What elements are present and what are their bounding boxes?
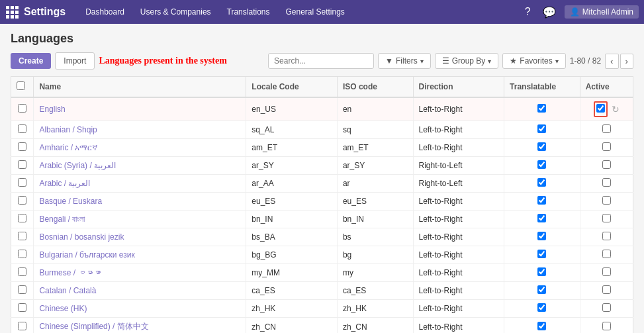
import-button[interactable]: Import bbox=[55, 52, 95, 70]
row-checkbox-cell[interactable] bbox=[11, 228, 34, 246]
select-all-checkbox[interactable] bbox=[17, 81, 25, 90]
user-menu[interactable]: 👤 Mitchell Admin bbox=[565, 5, 639, 19]
nav-dashboard[interactable]: Dashboard bbox=[79, 5, 131, 19]
filters-button[interactable]: ▼ Filters ▾ bbox=[378, 53, 431, 69]
row-checkbox-cell[interactable] bbox=[11, 157, 34, 175]
row-checkbox[interactable] bbox=[18, 196, 26, 205]
row-checkbox[interactable] bbox=[18, 124, 26, 133]
search-input[interactable] bbox=[268, 53, 374, 69]
row-checkbox[interactable] bbox=[18, 178, 26, 187]
header-translatable[interactable]: Translatable bbox=[504, 77, 580, 98]
row-name[interactable]: Arabic (Syria) / العربية bbox=[34, 157, 246, 175]
translatable-checkbox[interactable] bbox=[537, 232, 546, 240]
row-active[interactable] bbox=[580, 282, 633, 300]
active-checkbox[interactable] bbox=[602, 267, 611, 276]
header-active[interactable]: Active bbox=[580, 77, 633, 98]
active-checkbox[interactable] bbox=[602, 214, 611, 222]
row-checkbox-cell[interactable] bbox=[11, 300, 34, 318]
translatable-checkbox[interactable] bbox=[537, 196, 546, 205]
active-checkbox[interactable] bbox=[602, 142, 611, 151]
next-page-button[interactable]: › bbox=[620, 54, 633, 69]
language-link[interactable]: Chinese (HK) bbox=[39, 304, 87, 313]
language-link[interactable]: Amharic / አማርኛ bbox=[39, 143, 97, 152]
row-translatable[interactable] bbox=[504, 193, 580, 211]
row-name[interactable]: Basque / Euskara bbox=[34, 193, 246, 211]
row-checkbox[interactable] bbox=[18, 214, 26, 222]
translatable-checkbox[interactable] bbox=[537, 160, 546, 169]
groupby-button[interactable]: ☰ Group By ▾ bbox=[435, 53, 499, 69]
row-active[interactable] bbox=[580, 121, 633, 139]
row-checkbox-cell[interactable] bbox=[11, 97, 34, 121]
language-link[interactable]: English bbox=[39, 105, 65, 114]
row-checkbox[interactable] bbox=[18, 285, 26, 294]
row-checkbox[interactable] bbox=[18, 232, 26, 240]
active-checkbox[interactable] bbox=[602, 232, 611, 240]
nav-users-companies[interactable]: Users & Companies bbox=[134, 5, 218, 19]
row-translatable[interactable] bbox=[504, 228, 580, 246]
language-link[interactable]: Arabic / العربية bbox=[39, 179, 90, 188]
translatable-checkbox[interactable] bbox=[537, 303, 546, 312]
row-name[interactable]: Burmese / ဗမာစာ bbox=[34, 264, 246, 282]
language-link[interactable]: Albanian / Shqip bbox=[39, 125, 97, 134]
row-translatable[interactable] bbox=[504, 300, 580, 318]
language-link[interactable]: Burmese / ဗမာစာ bbox=[39, 268, 101, 277]
translatable-checkbox[interactable] bbox=[537, 285, 546, 294]
active-checkbox[interactable] bbox=[602, 250, 611, 258]
row-translatable[interactable] bbox=[504, 175, 580, 193]
language-link[interactable]: Arabic (Syria) / العربية bbox=[39, 161, 116, 170]
row-active[interactable] bbox=[580, 318, 633, 334]
row-translatable[interactable] bbox=[504, 97, 580, 121]
nav-translations[interactable]: Translations bbox=[220, 5, 277, 19]
row-checkbox[interactable] bbox=[18, 160, 26, 169]
row-checkbox-cell[interactable] bbox=[11, 175, 34, 193]
header-checkbox-cell[interactable] bbox=[11, 77, 34, 98]
translatable-checkbox[interactable] bbox=[537, 267, 546, 276]
favorites-button[interactable]: ★ Favorites ▾ bbox=[502, 53, 565, 69]
row-name[interactable]: Albanian / Shqip bbox=[34, 121, 246, 139]
row-active[interactable] bbox=[580, 157, 633, 175]
row-translatable[interactable] bbox=[504, 246, 580, 264]
row-name[interactable]: Catalan / Català bbox=[34, 282, 246, 300]
row-active[interactable] bbox=[580, 228, 633, 246]
active-checkbox[interactable] bbox=[602, 124, 611, 133]
row-name[interactable]: Chinese (Simplified) / 简体中文 bbox=[34, 318, 246, 334]
header-name[interactable]: Name bbox=[34, 77, 246, 98]
row-checkbox[interactable] bbox=[18, 104, 26, 113]
row-checkbox[interactable] bbox=[18, 303, 26, 312]
row-active[interactable] bbox=[580, 193, 633, 211]
translatable-checkbox[interactable] bbox=[537, 214, 546, 222]
translatable-checkbox[interactable] bbox=[537, 322, 546, 330]
row-checkbox-cell[interactable] bbox=[11, 211, 34, 228]
prev-page-button[interactable]: ‹ bbox=[605, 54, 618, 69]
row-translatable[interactable] bbox=[504, 264, 580, 282]
row-checkbox-cell[interactable] bbox=[11, 282, 34, 300]
row-name[interactable]: Arabic / العربية bbox=[34, 175, 246, 193]
header-iso[interactable]: ISO code bbox=[337, 77, 413, 98]
language-link[interactable]: Catalan / Català bbox=[39, 286, 96, 295]
row-checkbox[interactable] bbox=[18, 142, 26, 151]
language-link[interactable]: Chinese (Simplified) / 简体中文 bbox=[39, 322, 148, 331]
row-checkbox-cell[interactable] bbox=[11, 139, 34, 157]
row-checkbox-cell[interactable] bbox=[11, 318, 34, 334]
translatable-checkbox[interactable] bbox=[537, 124, 546, 133]
row-name[interactable]: Bengali / বাংলা bbox=[34, 211, 246, 228]
active-checkbox[interactable] bbox=[602, 322, 611, 330]
language-link[interactable]: Basque / Euskara bbox=[39, 197, 102, 206]
language-link[interactable]: Bulgarian / български език bbox=[39, 250, 134, 260]
row-active[interactable]: ↻ bbox=[580, 97, 633, 121]
row-active[interactable] bbox=[580, 211, 633, 228]
create-button[interactable]: Create bbox=[11, 53, 51, 69]
row-checkbox-cell[interactable] bbox=[11, 246, 34, 264]
row-active[interactable] bbox=[580, 264, 633, 282]
header-locale[interactable]: Locale Code bbox=[246, 77, 338, 98]
row-checkbox[interactable] bbox=[18, 267, 26, 276]
grid-menu-icon[interactable] bbox=[5, 5, 19, 19]
row-name[interactable]: Chinese (HK) bbox=[34, 300, 246, 318]
row-name[interactable]: Bulgarian / български език bbox=[34, 246, 246, 264]
row-active[interactable] bbox=[580, 139, 633, 157]
help-icon[interactable]: ? bbox=[522, 5, 534, 19]
row-checkbox-cell[interactable] bbox=[11, 193, 34, 211]
active-checkbox[interactable] bbox=[602, 178, 611, 187]
translatable-checkbox[interactable] bbox=[537, 142, 546, 151]
refresh-icon[interactable]: ↻ bbox=[612, 104, 620, 115]
